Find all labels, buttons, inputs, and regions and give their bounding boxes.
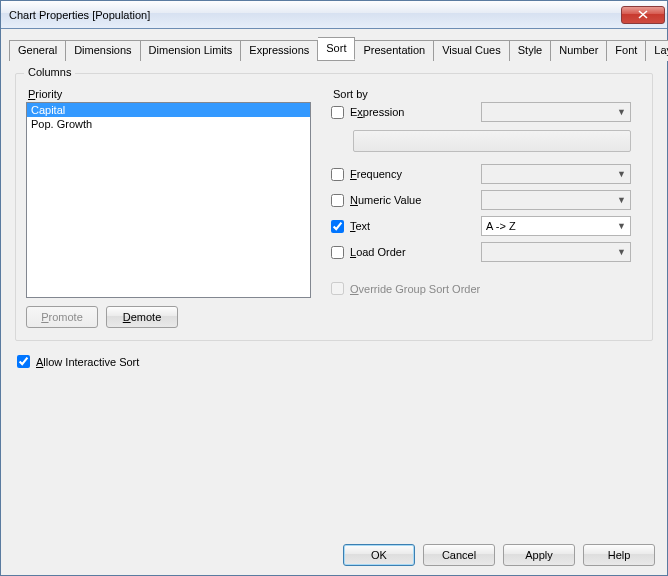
tab-font[interactable]: Font: [607, 40, 646, 61]
sort-frequency-combo[interactable]: ▼: [481, 164, 631, 184]
expression-editor[interactable]: [353, 130, 631, 152]
allow-interactive-checkbox[interactable]: [17, 355, 30, 368]
window-title: Chart Properties [Population]: [9, 9, 621, 21]
close-icon: [638, 10, 648, 19]
allow-interactive-sort[interactable]: Allow Interactive Sort: [17, 355, 651, 368]
tab-number[interactable]: Number: [551, 40, 607, 61]
cancel-button[interactable]: Cancel: [423, 544, 495, 566]
chevron-down-icon: ▼: [617, 107, 626, 117]
dialog-window: Chart Properties [Population] General Di…: [0, 0, 668, 576]
columns-legend: Columns: [24, 66, 75, 78]
tab-dimensions[interactable]: Dimensions: [66, 40, 140, 61]
sort-frequency-checkbox[interactable]: [331, 168, 344, 181]
tab-general[interactable]: General: [9, 40, 66, 61]
tab-presentation[interactable]: Presentation: [355, 40, 434, 61]
chevron-down-icon: ▼: [617, 247, 626, 257]
list-item[interactable]: Capital: [27, 103, 310, 117]
tab-body: Columns Priority Capital Pop. Growth Pro…: [1, 61, 667, 535]
sort-loadorder-check[interactable]: Load Order: [331, 246, 481, 259]
tab-style[interactable]: Style: [510, 40, 551, 61]
sort-loadorder-combo[interactable]: ▼: [481, 242, 631, 262]
override-label: Override Group Sort Order: [350, 283, 480, 295]
sort-expression-check[interactable]: Expression: [331, 106, 481, 119]
sort-text-combo[interactable]: A -> Z▼: [481, 216, 631, 236]
sortby-label: Sort by: [333, 88, 368, 100]
chevron-down-icon: ▼: [617, 169, 626, 179]
chevron-down-icon: ▼: [617, 221, 626, 231]
sort-numeric-checkbox[interactable]: [331, 194, 344, 207]
ok-button[interactable]: OK: [343, 544, 415, 566]
sort-numeric-check[interactable]: Numeric Value: [331, 194, 481, 207]
help-button[interactable]: Help: [583, 544, 655, 566]
tab-visual-cues[interactable]: Visual Cues: [434, 40, 510, 61]
sort-expression-combo[interactable]: ▼: [481, 102, 631, 122]
sort-loadorder-checkbox[interactable]: [331, 246, 344, 259]
allow-interactive-label: Allow Interactive Sort: [36, 356, 139, 368]
sort-expression-label: Expression: [350, 106, 404, 118]
sort-frequency-check[interactable]: Frequency: [331, 168, 481, 181]
sort-loadorder-label: Load Order: [350, 246, 406, 258]
dialog-footer: OK Cancel Apply Help: [1, 535, 667, 575]
priority-listbox[interactable]: Capital Pop. Growth: [26, 102, 311, 298]
titlebar: Chart Properties [Population]: [1, 1, 667, 29]
sort-text-checkbox[interactable]: [331, 220, 344, 233]
override-checkbox: [331, 282, 344, 295]
sort-text-label: Text: [350, 220, 370, 232]
tab-layout[interactable]: Layo: [646, 40, 668, 61]
close-button[interactable]: [621, 6, 665, 24]
chevron-down-icon: ▼: [617, 195, 626, 205]
demote-button[interactable]: Demote: [106, 306, 178, 328]
tabstrip: General Dimensions Dimension Limits Expr…: [9, 37, 659, 61]
tab-dimension-limits[interactable]: Dimension Limits: [141, 40, 242, 61]
columns-group: Columns Priority Capital Pop. Growth Pro…: [15, 73, 653, 341]
promote-button[interactable]: Promote: [26, 306, 98, 328]
sort-text-check[interactable]: Text: [331, 220, 481, 233]
sort-frequency-label: Frequency: [350, 168, 402, 180]
apply-button[interactable]: Apply: [503, 544, 575, 566]
sort-expression-checkbox[interactable]: [331, 106, 344, 119]
tab-sort[interactable]: Sort: [318, 37, 355, 60]
priority-label: Priority: [28, 88, 62, 100]
sort-numeric-label: Numeric Value: [350, 194, 421, 206]
tab-expressions[interactable]: Expressions: [241, 40, 318, 61]
sort-numeric-combo[interactable]: ▼: [481, 190, 631, 210]
list-item[interactable]: Pop. Growth: [27, 117, 310, 131]
override-group-sort: Override Group Sort Order: [331, 282, 631, 295]
